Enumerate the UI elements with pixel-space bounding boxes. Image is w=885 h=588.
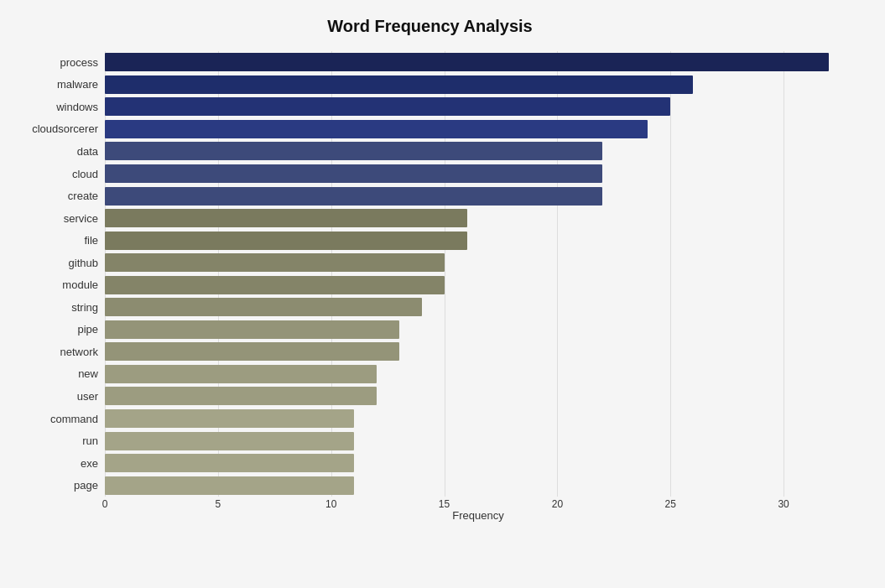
x-axis: 051015202530 Frequency (105, 497, 851, 522)
bar (105, 120, 648, 138)
bar (105, 476, 354, 495)
x-axis-label: Frequency (105, 509, 851, 522)
bar-row (105, 74, 851, 96)
x-ticks: 051015202530 (105, 497, 851, 506)
y-label: process (60, 51, 98, 74)
bar (105, 97, 670, 116)
bar-row (105, 429, 851, 452)
bar (105, 187, 602, 206)
bars-and-x: 051015202530 Frequency (105, 51, 851, 522)
bar (105, 232, 467, 250)
bar (105, 75, 693, 94)
bar-row (105, 341, 851, 363)
bar-row (105, 96, 851, 118)
bar-row (105, 385, 851, 408)
bar-row (105, 163, 851, 185)
y-label: network (60, 341, 98, 363)
y-label: string (71, 296, 98, 319)
bar (105, 298, 422, 316)
bar (105, 142, 602, 160)
bar (105, 276, 445, 294)
bar (105, 320, 399, 339)
y-label: create (68, 185, 98, 207)
y-axis: processmalwarewindowscloudsorcererdatacl… (8, 51, 105, 522)
bar (105, 209, 467, 227)
y-label: page (74, 474, 98, 497)
bars-area (105, 51, 851, 497)
bar (105, 253, 445, 272)
bar-row (105, 319, 851, 341)
bars-rows (105, 51, 851, 497)
y-label: user (77, 385, 98, 408)
bar (105, 53, 829, 71)
x-tick: 10 (325, 498, 336, 510)
y-label: malware (57, 74, 98, 96)
bar (105, 409, 354, 428)
chart-container: Word Frequency Analysis processmalwarewi… (0, 0, 885, 588)
x-tick: 20 (552, 498, 563, 510)
y-label: module (62, 273, 98, 296)
bar-row (105, 51, 851, 74)
bar-row (105, 363, 851, 386)
bar-row (105, 296, 851, 319)
bar-row (105, 452, 851, 475)
bar-row (105, 408, 851, 430)
chart-title: Word Frequency Analysis (8, 17, 851, 36)
y-label: cloud (72, 163, 98, 185)
y-label: github (69, 252, 98, 274)
y-label: windows (56, 96, 98, 118)
x-tick: 15 (439, 498, 450, 510)
bar-row (105, 140, 851, 163)
x-tick: 25 (665, 498, 676, 510)
bar-row (105, 273, 851, 296)
x-tick: 5 (216, 498, 221, 510)
bar-row (105, 207, 851, 230)
bar-row (105, 118, 851, 141)
y-label: service (64, 207, 98, 230)
bar (105, 387, 377, 405)
bar-row (105, 185, 851, 207)
bar (105, 454, 354, 472)
bar-row (105, 229, 851, 252)
y-label: command (50, 408, 98, 430)
y-label: exe (81, 452, 98, 475)
y-label: data (77, 140, 98, 163)
bar (105, 365, 377, 383)
y-label: file (84, 229, 98, 252)
y-label: pipe (77, 319, 98, 341)
y-label: new (78, 363, 98, 386)
x-tick: 0 (102, 498, 108, 510)
bar-row (105, 252, 851, 274)
bar (105, 342, 399, 361)
x-tick: 30 (778, 498, 789, 510)
chart-area: processmalwarewindowscloudsorcererdatacl… (8, 51, 851, 522)
bar (105, 432, 354, 450)
bar (105, 164, 602, 183)
y-label: run (82, 429, 98, 452)
y-label: cloudsorcerer (32, 118, 98, 141)
bar-row (105, 474, 851, 497)
